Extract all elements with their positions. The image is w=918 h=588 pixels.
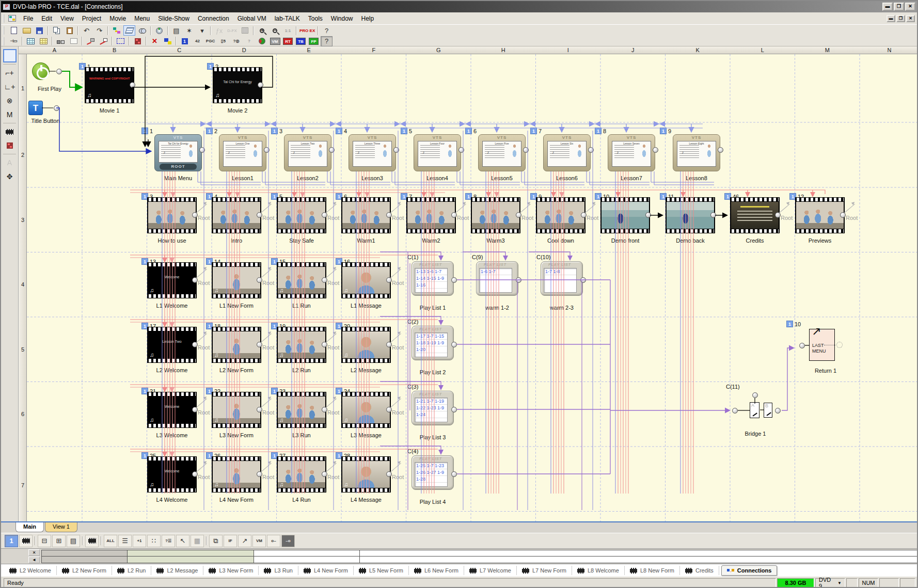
mdi-restore-button[interactable]: ❐ [896, 15, 905, 22]
return-input-dot[interactable] [799, 343, 805, 348]
props-icon[interactable]: ?☰ [162, 535, 175, 547]
menu-output-dot[interactable] [718, 147, 723, 153]
movie-output-dot[interactable] [257, 471, 262, 477]
doc-tab-l2-new-form[interactable]: L2 New Form [57, 566, 112, 575]
redo-icon[interactable]: ↷ [93, 25, 105, 36]
bridge-input-dot[interactable] [732, 408, 738, 414]
doc-tab-credits[interactable]: Credits [680, 566, 719, 575]
if-branch-icon[interactable]: IF [224, 535, 237, 547]
connections-canvas[interactable]: First PlayTTitle Button11WARNING and COP… [19, 46, 918, 521]
bridge-box-b[interactable]: B [764, 403, 772, 418]
menu-global-vm[interactable]: Global VM [233, 13, 271, 24]
tb-badge-icon[interactable]: TB [295, 36, 307, 46]
movie-output-dot[interactable] [710, 212, 716, 218]
paste-icon[interactable] [64, 25, 75, 36]
mdi-close-button[interactable]: ✕ [906, 15, 915, 22]
movie-output-dot[interactable] [386, 471, 392, 477]
movie-output-dot[interactable] [840, 212, 846, 218]
prop-cell[interactable] [128, 550, 254, 557]
wizard-dropdown-icon[interactable]: ▾ [196, 25, 208, 36]
movie-output-dot[interactable] [192, 277, 198, 283]
movie-drag-tool[interactable] [3, 125, 17, 138]
movie-output-dot[interactable] [130, 82, 135, 88]
prop-cell[interactable] [41, 557, 128, 563]
menu-output-dot[interactable] [523, 147, 529, 153]
vm-badge-icon[interactable]: VM [269, 36, 281, 46]
menu-connection[interactable]: Connection [194, 13, 233, 24]
burn-disc-icon[interactable] [153, 25, 165, 36]
close-strip-button[interactable]: ✕ [28, 549, 40, 556]
zoom-actual-icon[interactable]: 1:1 [282, 25, 294, 36]
show-thumbnail-button[interactable] [19, 535, 33, 547]
toolbar-grip[interactable] [3, 26, 5, 35]
doc-tab-l7-new-form[interactable]: L7 New Form [517, 566, 572, 575]
toolbar-grip[interactable] [3, 37, 5, 45]
movie-output-dot[interactable] [322, 342, 327, 347]
menu-output-dot[interactable] [199, 147, 205, 153]
movie-output-dot[interactable] [645, 212, 651, 218]
new-document-icon[interactable] [8, 25, 20, 36]
movie-output-dot[interactable] [257, 407, 262, 412]
project-spreadsheet-icon[interactable] [25, 36, 37, 46]
toolbar-grip[interactable] [3, 14, 5, 23]
scroll-left-button[interactable]: ◄ [28, 557, 40, 563]
show-number-icon[interactable] [179, 36, 191, 46]
doc-tab-l3-run[interactable]: L3 Run [259, 566, 298, 575]
doc-tab-connections[interactable]: Connections [721, 565, 778, 576]
pin-panel-icon[interactable]: ⊣▭ [8, 36, 20, 46]
view-tab-main[interactable]: Main [15, 522, 44, 532]
menu-menu[interactable]: Menu [130, 13, 154, 24]
doc-tab-l2-run[interactable]: L2 Run [112, 566, 151, 575]
playlist-output-dot[interactable] [451, 407, 457, 412]
chip-icon[interactable]: ▦ [191, 535, 204, 547]
show-chapters-icon[interactable]: 42 [192, 36, 203, 46]
movie-output-dot[interactable] [775, 212, 781, 218]
draw-link-alt-icon[interactable] [98, 36, 109, 46]
pro-ex-icon[interactable]: PRO EX [299, 25, 315, 36]
menu-output-dot[interactable] [264, 147, 270, 153]
menu-window[interactable]: Window [327, 13, 357, 24]
jump-out-icon[interactable]: ↗ [238, 535, 251, 547]
add-one-icon[interactable]: +1 [133, 535, 146, 547]
movie-output-dot[interactable] [386, 277, 392, 283]
help-icon[interactable]: ? [321, 25, 333, 36]
menu-slide-show[interactable]: Slide-Show [154, 13, 194, 24]
goto-icon[interactable]: ↖ [176, 535, 189, 547]
doc-tab-l2-message[interactable]: L2 Message [151, 566, 203, 575]
menu-help[interactable]: Help [357, 13, 378, 24]
dfx-icon[interactable]: D-FX [226, 25, 238, 36]
mdi-minimize-button[interactable]: ▬ [887, 15, 895, 22]
copy-icon[interactable] [51, 25, 62, 36]
movie-output-dot[interactable] [192, 342, 198, 347]
view-tab-view-1[interactable]: View 1 [45, 522, 77, 532]
movie-output-dot[interactable] [322, 212, 327, 218]
movie-output-dot[interactable] [322, 277, 327, 283]
bridge-output-dot[interactable] [775, 408, 781, 414]
close-button[interactable]: ✕ [905, 3, 915, 11]
menu-output-dot[interactable] [458, 147, 464, 153]
add-cell-tool[interactable]: ⊗ [3, 94, 17, 107]
compact-right-icon[interactable]: ⊞ [52, 535, 66, 547]
playlist-output-dot[interactable] [451, 277, 457, 283]
connections-view-icon[interactable] [110, 25, 122, 36]
menu-project[interactable]: Project [78, 13, 105, 24]
list-mode-icon[interactable]: ☰ [118, 535, 132, 547]
menu-lab-talk[interactable]: lab-TALK [271, 13, 304, 24]
movie-output-dot[interactable] [257, 277, 262, 283]
show-all-icon[interactable]: ALL [104, 535, 117, 547]
connector-filled-icon[interactable]: –o [281, 535, 295, 547]
connector-tool-icon[interactable] [55, 36, 67, 46]
playlist-output-dot[interactable] [516, 277, 521, 283]
assets-grid-icon[interactable] [38, 36, 50, 46]
playlist-output-dot[interactable] [451, 342, 457, 347]
doc-tab-l5-new-form[interactable]: L5 New Form [354, 566, 409, 575]
check-quick-icon[interactable]: ? [243, 36, 255, 46]
movie-output-dot[interactable] [516, 212, 521, 218]
movie-output-dot[interactable] [192, 471, 198, 477]
title-button-icon[interactable]: T [28, 101, 43, 115]
doc-tab-l6-new-form[interactable]: L6 New Form [409, 566, 464, 575]
movie-output-dot[interactable] [386, 407, 392, 412]
context-help-icon[interactable]: ? [321, 36, 333, 46]
save-icon[interactable] [34, 25, 45, 36]
component-tool[interactable] [3, 139, 17, 152]
